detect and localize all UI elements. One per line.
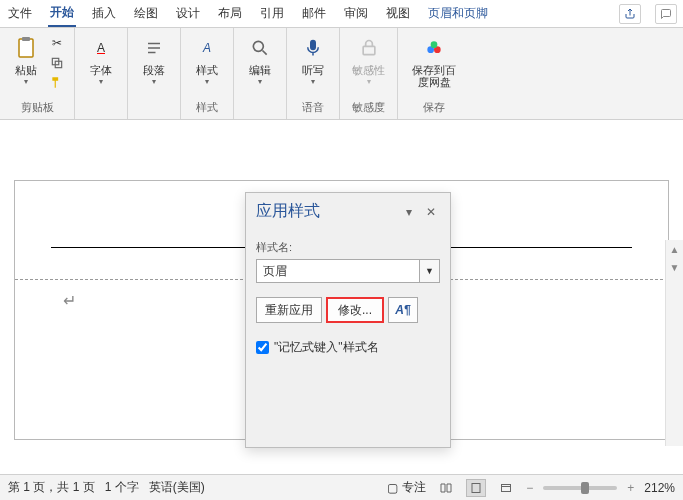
svg-rect-14 xyxy=(472,483,480,492)
tab-mailings[interactable]: 邮件 xyxy=(300,1,328,26)
group-save: 保存到百度网盘 保存 xyxy=(398,28,470,119)
page-count[interactable]: 第 1 页，共 1 页 xyxy=(8,479,95,496)
vertical-scrollbar[interactable]: ▲ ▼ xyxy=(665,240,683,446)
group-styles: A 样式 ▾ 样式 xyxy=(181,28,234,119)
zoom-level[interactable]: 212% xyxy=(644,481,675,495)
print-layout-button[interactable] xyxy=(466,479,486,497)
scroll-up-button[interactable]: ▲ xyxy=(666,240,683,258)
dictate-button[interactable]: 听写 ▾ xyxy=(295,32,331,88)
format-painter-button[interactable] xyxy=(48,74,66,92)
paragraph-icon xyxy=(140,34,168,62)
search-icon xyxy=(246,34,274,62)
baidu-cloud-icon xyxy=(420,34,448,62)
read-mode-button[interactable] xyxy=(436,479,456,497)
tab-header-footer[interactable]: 页眉和页脚 xyxy=(426,1,490,26)
autocomplete-label: "记忆式键入"样式名 xyxy=(274,339,379,356)
svg-rect-1 xyxy=(22,37,30,41)
sensitivity-button[interactable]: 敏感性 ▾ xyxy=(348,32,389,88)
svg-line-8 xyxy=(263,51,267,55)
modify-button[interactable]: 修改... xyxy=(326,297,384,323)
microphone-icon xyxy=(299,34,327,62)
group-clipboard: 粘贴 ▾ ✂ 剪贴板 xyxy=(0,28,75,119)
tab-draw[interactable]: 绘图 xyxy=(132,1,160,26)
svg-point-13 xyxy=(431,41,438,48)
group-sensitivity: 敏感性 ▾ 敏感度 xyxy=(340,28,398,119)
apply-styles-pane: 应用样式 ▾ ✕ 样式名: ▼ 重新应用 修改... A¶ "记忆式键入"样式名 xyxy=(245,192,451,448)
group-font: A 字体 ▾ xyxy=(75,28,128,119)
tab-design[interactable]: 设计 xyxy=(174,1,202,26)
paragraph-mark: ↵ xyxy=(63,291,76,310)
tab-home[interactable]: 开始 xyxy=(48,0,76,27)
tab-view[interactable]: 视图 xyxy=(384,1,412,26)
cut-button[interactable]: ✂ xyxy=(48,34,66,52)
group-label: 剪贴板 xyxy=(21,100,54,117)
pane-options-button[interactable]: ▾ xyxy=(400,203,418,221)
focus-mode-button[interactable]: ▢专注 xyxy=(387,479,426,496)
sensitivity-icon xyxy=(355,34,383,62)
word-count[interactable]: 1 个字 xyxy=(105,479,139,496)
zoom-out-button[interactable]: − xyxy=(526,481,533,495)
document-area: ↵ 应用样式 ▾ ✕ 样式名: ▼ 重新应用 修改... A¶ "记忆式键入"样… xyxy=(0,120,683,472)
style-name-dropdown[interactable]: ▼ xyxy=(420,259,440,283)
svg-rect-0 xyxy=(19,39,33,57)
reapply-button[interactable]: 重新应用 xyxy=(256,297,322,323)
tab-review[interactable]: 审阅 xyxy=(342,1,370,26)
copy-button[interactable] xyxy=(48,54,66,72)
svg-point-7 xyxy=(253,41,263,51)
language-status[interactable]: 英语(美国) xyxy=(149,479,205,496)
pane-title: 应用样式 xyxy=(256,201,396,222)
pane-close-button[interactable]: ✕ xyxy=(422,203,440,221)
scroll-down-button[interactable]: ▼ xyxy=(666,258,683,276)
menu-bar: 文件 开始 插入 绘图 设计 布局 引用 邮件 审阅 视图 页眉和页脚 xyxy=(0,0,683,28)
tab-file[interactable]: 文件 xyxy=(6,1,34,26)
font-icon: A xyxy=(87,34,115,62)
svg-rect-10 xyxy=(363,46,375,54)
style-name-input[interactable] xyxy=(256,259,420,283)
share-button[interactable] xyxy=(619,4,641,24)
group-paragraph: 段落 ▾ xyxy=(128,28,181,119)
autocomplete-checkbox-row[interactable]: "记忆式键入"样式名 xyxy=(256,339,440,356)
autocomplete-checkbox[interactable] xyxy=(256,341,269,354)
zoom-in-button[interactable]: + xyxy=(627,481,634,495)
group-voice: 听写 ▾ 语音 xyxy=(287,28,340,119)
clipboard-icon xyxy=(12,34,40,62)
focus-icon: ▢ xyxy=(387,481,398,495)
chevron-down-icon: ▾ xyxy=(24,77,28,86)
styles-icon: A xyxy=(193,34,221,62)
tab-references[interactable]: 引用 xyxy=(258,1,286,26)
styles-button[interactable]: A 样式 ▾ xyxy=(189,32,225,88)
group-editing: 编辑 ▾ xyxy=(234,28,287,119)
ribbon: 粘贴 ▾ ✂ 剪贴板 A 字体 ▾ 段落 ▾ xyxy=(0,28,683,120)
font-button[interactable]: A 字体 ▾ xyxy=(83,32,119,88)
web-layout-button[interactable] xyxy=(496,479,516,497)
svg-rect-9 xyxy=(311,41,316,50)
paste-button[interactable]: 粘贴 ▾ xyxy=(8,32,44,88)
styles-pane-button[interactable]: A¶ xyxy=(388,297,418,323)
editing-button[interactable]: 编辑 ▾ xyxy=(242,32,278,88)
style-name-label: 样式名: xyxy=(256,240,440,255)
paragraph-button[interactable]: 段落 ▾ xyxy=(136,32,172,88)
zoom-slider[interactable] xyxy=(543,486,617,490)
comments-button[interactable] xyxy=(655,4,677,24)
svg-rect-15 xyxy=(502,484,511,491)
tab-insert[interactable]: 插入 xyxy=(90,1,118,26)
tab-layout[interactable]: 布局 xyxy=(216,1,244,26)
status-bar: 第 1 页，共 1 页 1 个字 英语(美国) ▢专注 − + 212% xyxy=(0,474,683,500)
save-baidu-button[interactable]: 保存到百度网盘 xyxy=(406,32,462,90)
